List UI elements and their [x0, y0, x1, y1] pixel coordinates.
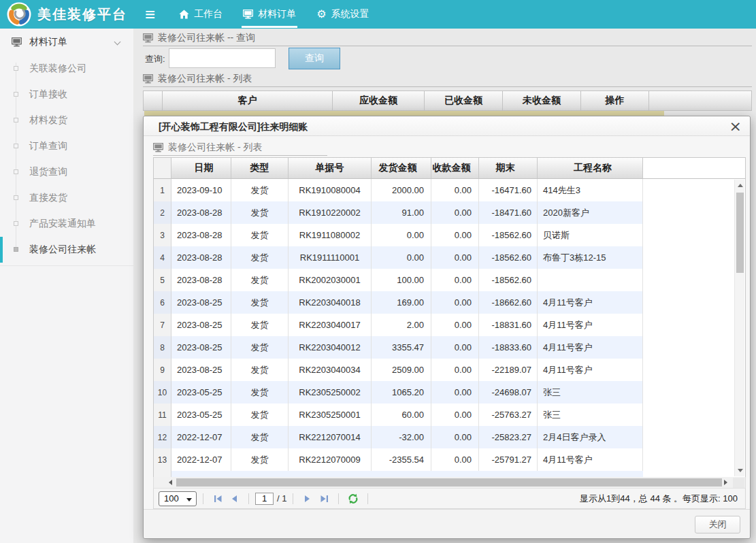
cell: 2023-08-28 [171, 269, 231, 291]
row-index: 4 [154, 246, 171, 269]
prev-page-button[interactable] [228, 493, 240, 505]
cell: 1065.20 [372, 381, 431, 404]
vertical-scrollbar[interactable] [734, 180, 744, 476]
cell-filler [643, 426, 745, 448]
scroll-down-icon[interactable] [738, 469, 743, 472]
sidebar-item-3[interactable]: 材料发货 [0, 108, 133, 133]
close-dialog-button[interactable]: 关闭 [695, 516, 740, 533]
table-row[interactable]: 132022-12-07发货RK2212070009-2355.540.00-2… [154, 448, 745, 471]
cell: 发货 [231, 269, 289, 291]
sidebar-item-2[interactable]: 订单接收 [0, 82, 133, 108]
cell: -25823.27 [479, 426, 538, 448]
table-row[interactable]: 62023-08-25发货RK2203040018169.000.00-1866… [154, 291, 745, 314]
selected-company-row[interactable] [144, 111, 664, 116]
refresh-icon[interactable] [348, 493, 359, 504]
scroll-up-icon[interactable] [738, 184, 743, 187]
table-row[interactable]: 92023-08-25发货RK22030400342509.000.00-221… [154, 359, 745, 381]
header-cell[interactable]: 日期 [171, 158, 231, 178]
header-cell[interactable]: 应收金额 [333, 91, 425, 110]
page-number-input[interactable] [255, 493, 274, 505]
cell: 2023-08-25 [171, 336, 231, 359]
scroll-right-icon[interactable] [724, 480, 727, 485]
account-detail-dialog: [开心装饰工程有限公司]往来明细账 × 装修公司往来帐 - 列表 日期类型单据号… [143, 116, 751, 539]
query-button[interactable]: 查询 [289, 48, 340, 69]
row-index: 7 [154, 314, 171, 336]
table-row[interactable]: 32023-08-28发货RK19110800020.000.00-18562.… [154, 224, 745, 246]
row-index: 11 [154, 404, 171, 426]
sidebar-item-label: 材料发货 [29, 114, 67, 127]
sidebar-item-7[interactable]: 产品安装通知单 [0, 211, 133, 237]
header-cell[interactable]: 收款金额 [431, 158, 479, 178]
cell-filler [643, 224, 745, 246]
header-cell[interactable]: 客户 [163, 91, 333, 110]
header-cell[interactable]: 发货金额 [372, 158, 431, 178]
table-row[interactable]: 12023-09-10发货RK19100800042000.000.00-164… [154, 179, 745, 201]
cell: -2355.54 [372, 448, 431, 471]
cell: 0.00 [431, 359, 479, 381]
first-page-button[interactable] [212, 493, 224, 505]
cell: 0.00 [431, 426, 479, 448]
cell: 2023-05-25 [171, 381, 231, 404]
header-cell[interactable]: 操作 [581, 91, 649, 110]
horizontal-scroll-thumb[interactable] [176, 478, 722, 487]
sidebar-item-4[interactable]: 订单查询 [0, 133, 133, 159]
menu-toggle-icon[interactable]: ≡ [145, 0, 155, 29]
table-row[interactable]: 102023-05-25发货RK23052500021065.200.00-24… [154, 381, 745, 404]
detail-grid-header: 日期类型单据号发货金额收款金额期末工程名称 [154, 158, 745, 179]
sidebar-item-6[interactable]: 直接发货 [0, 185, 133, 211]
header-cell[interactable]: 单据号 [289, 158, 372, 178]
sidebar-item-1[interactable]: 关联装修公司 [0, 56, 133, 82]
cell-filler [643, 381, 745, 404]
row-index: 1 [154, 179, 171, 201]
sidebar-item-8[interactable]: 装修公司往来帐 [0, 237, 133, 263]
nav-item-3[interactable]: ⚙系统设置 [306, 0, 379, 29]
cell: RK2212070014 [289, 426, 372, 448]
cell: 0.00 [372, 224, 431, 246]
table-row[interactable]: 52023-08-28发货RK2002030001100.000.00-1856… [154, 269, 745, 291]
header-cell[interactable]: 已收金额 [425, 91, 503, 110]
cell: 2022-12-07 [171, 426, 231, 448]
nav-item-1[interactable]: 工作台 [169, 0, 233, 29]
cell: 4月11号客户 [538, 359, 643, 381]
header-cell[interactable]: 未收金额 [503, 91, 581, 110]
close-icon[interactable]: × [729, 117, 742, 135]
next-page-button[interactable] [301, 493, 314, 505]
table-row[interactable]: 42023-08-28发货RK19111100010.000.00-18562.… [154, 246, 745, 269]
header-cell[interactable]: 类型 [231, 158, 289, 178]
header-cell[interactable]: 工程名称 [538, 158, 643, 178]
cell: -18833.60 [479, 336, 538, 359]
header-cell [154, 158, 171, 178]
horizontal-scrollbar[interactable] [153, 477, 746, 489]
cell: 2月4日客户录入 [538, 426, 643, 448]
query-input[interactable] [169, 48, 276, 68]
detail-grid-body: 12023-09-10发货RK19100800042000.000.00-164… [154, 179, 745, 477]
cell: -18562.60 [479, 269, 538, 291]
cell: 0.00 [431, 336, 479, 359]
cell: -25791.27 [479, 448, 538, 471]
table-row[interactable]: 122022-12-07发货RK2212070014-32.000.00-258… [154, 426, 745, 448]
cell: -25763.27 [479, 404, 538, 426]
cell: 60.00 [372, 404, 431, 426]
sidebar: 材料订单 关联装修公司订单接收材料发货订单查询退货查询直接发货产品安装通知单装修… [0, 29, 133, 543]
cell: 0.00 [431, 179, 479, 201]
page-size-select[interactable]: 100 [159, 491, 197, 506]
app-window: 美佳装修平台 ≡ 工作台材料订单⚙系统设置 材料订单 关联装修公司订单接收材料发… [0, 0, 756, 543]
vertical-scroll-thumb[interactable] [736, 193, 744, 273]
bullet-icon [14, 66, 18, 71]
detail-grid: 日期类型单据号发货金额收款金额期末工程名称 12023-09-10发货RK191… [153, 157, 746, 478]
sidebar-item-5[interactable]: 退货查询 [0, 159, 133, 185]
sidebar-section-material-orders[interactable]: 材料订单 [0, 29, 133, 56]
monitor-icon [153, 143, 163, 152]
table-row[interactable]: 112023-05-25发货RK230525000160.000.00-2576… [154, 404, 745, 426]
table-row[interactable]: 82023-08-25发货RK22030400123355.470.00-188… [154, 336, 745, 359]
cell: RK1910220002 [289, 201, 372, 224]
table-row[interactable]: 72023-08-25发货RK22030400172.000.00-18831.… [154, 314, 745, 336]
header-cell[interactable]: 期末 [479, 158, 538, 178]
cell: -32.00 [372, 426, 431, 448]
last-page-button[interactable] [318, 493, 330, 505]
nav-item-label: 工作台 [194, 8, 223, 20]
scroll-left-icon[interactable] [169, 480, 172, 485]
table-row[interactable]: 22023-08-28发货RK191022000291.000.00-18471… [154, 201, 745, 224]
nav-item-2[interactable]: 材料订单 [233, 0, 306, 29]
cell: 4月11号客户 [538, 336, 643, 359]
